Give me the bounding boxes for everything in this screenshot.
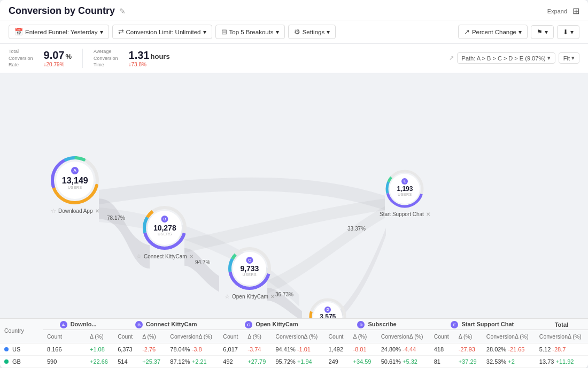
breakouts-button[interactable]: ⊟ Top 5 Breakouts ▾ (215, 25, 285, 39)
chevron-down-icon: ▾ (571, 55, 575, 62)
us-e-conv: 28.02% -21.65 (482, 343, 535, 356)
node-b-users-label: users (158, 232, 172, 236)
download-icon: ⬇ (563, 28, 568, 36)
total-conversion-change: ↓20.79% (44, 62, 72, 67)
funnel-filter-button[interactable]: 📅 Entered Funnel: Yesterday ▾ (9, 25, 109, 39)
chevron-down-icon: ▾ (276, 28, 279, 36)
fit-button[interactable]: Fit ▾ (559, 52, 579, 64)
col-b-label: Connect KittyCam (146, 321, 197, 327)
total-conversion-value-group: 9.07 % ↓20.79% (44, 49, 72, 67)
node-a-letter: A (71, 167, 79, 174)
node-b[interactable]: B 10,278 users ☆ Connect KittyCam ✕ (136, 206, 194, 260)
node-a-users-label: users (68, 186, 82, 189)
pct-to-e: 33.37% (347, 226, 366, 232)
pct-b-c: 94.7% (195, 259, 210, 265)
chevron-down-icon: ▾ (547, 55, 551, 62)
chevron-down-icon: ▾ (100, 28, 103, 36)
settings-button[interactable]: ⚙ Settings ▾ (288, 25, 336, 39)
gb-a-count: 590 (43, 356, 86, 368)
node-c-letter: C (246, 257, 253, 264)
sub-delta-c: Δ (%) (243, 330, 271, 343)
node-e-letter: E (401, 178, 408, 185)
sub-count-d: Count (324, 330, 349, 343)
path-dropdown[interactable]: Path: A > B > C > D > E (9.07%) ▾ (457, 52, 555, 64)
conversion-table: Country A Downlo... B Connect KittyCam C… (0, 319, 588, 369)
node-b-count: 10,278 (153, 224, 176, 232)
col-total-header: Total (535, 319, 588, 330)
chevron-down-icon: ▾ (519, 28, 522, 36)
gb-b-conv: 87.12% +2.21 (166, 356, 219, 368)
edit-icon[interactable]: ✎ (119, 7, 126, 16)
us-label: US (12, 346, 20, 352)
sub-conv-d: ConversionΔ (%) (377, 330, 430, 343)
node-c[interactable]: C 9,733 users ☆ Open KittyCam ✕ (225, 247, 275, 300)
star-icon[interactable]: ☆ (225, 293, 230, 300)
trend-icon: ↗ (464, 28, 470, 36)
gb-c-delta: +27.79 (243, 356, 271, 368)
country-gb: GB (0, 356, 43, 368)
close-icon[interactable]: ✕ (95, 208, 99, 214)
col-e-label: Start Support Chat (461, 321, 514, 327)
download-button[interactable]: ⬇ ▾ (557, 25, 579, 39)
node-b-name: Connect KittyCam (144, 254, 187, 259)
pct-a-b: 78.17% (107, 215, 125, 221)
page-header: Conversion by Country ✎ Expand ⊞ (0, 0, 588, 20)
gb-e-count: 81 (430, 356, 454, 368)
us-d-conv: 24.80% -4.44 (377, 343, 430, 356)
node-a-name: Download App (58, 208, 93, 214)
flag-button[interactable]: ⚑ ▾ (531, 25, 554, 39)
avg-conversion-unit: hours (151, 52, 170, 60)
us-dot (4, 347, 9, 351)
node-c-name: Open KittyCam (232, 294, 268, 300)
avg-conversion-change: ↓73.8% (129, 62, 170, 67)
calendar-icon: 📅 (14, 28, 23, 36)
star-icon[interactable]: ☆ (136, 253, 142, 260)
gb-dot (4, 359, 9, 364)
sub-conv-b: ConversionΔ (%) (166, 330, 219, 343)
us-c-conv: 94.41% -1.01 (272, 343, 324, 356)
us-a-delta: +1.08 (86, 343, 113, 356)
chevron-down-icon: ▾ (570, 28, 574, 36)
sub-count-b: Count (113, 330, 138, 343)
chevron-down-icon: ▾ (545, 28, 548, 36)
node-e-label: Start Support Chat ✕ (380, 211, 430, 217)
grid-icon[interactable]: ⊞ (572, 6, 579, 16)
node-a[interactable]: A 13,149 users ☆ Download App ✕ (51, 156, 99, 214)
us-c-delta: -3.74 (243, 343, 271, 356)
percent-change-button[interactable]: ↗ Percent Change ▾ (458, 25, 528, 39)
settings-icon: ⚙ (294, 28, 300, 36)
filter-icon: ⊟ (221, 28, 227, 36)
col-e-header: E Start Support Chat (430, 319, 535, 330)
star-icon[interactable]: ☆ (51, 208, 56, 214)
close-icon[interactable]: ✕ (426, 211, 430, 217)
gb-label: GB (12, 358, 21, 365)
gb-total: 13.73 +11.92 (535, 356, 588, 368)
flag-icon: ⚑ (537, 28, 543, 36)
avg-conversion-value-group: 1.31 hours ↓73.8% (129, 49, 170, 67)
node-e-name: Start Support Chat (380, 211, 424, 217)
path-icon: ↗ (449, 55, 454, 62)
close-icon[interactable]: ✕ (189, 254, 194, 259)
node-d-count: 3,575 (320, 313, 336, 318)
sub-delta-a: Δ (%) (86, 330, 113, 343)
avg-conversion-value: 1.31 (129, 49, 150, 62)
us-d-count: 1,492 (324, 343, 349, 356)
us-total: 5.12 -28.7 (535, 343, 588, 356)
country-us: US (0, 343, 43, 356)
conversion-limit-button[interactable]: ⇄ Conversion Limit: Unlimited ▾ (112, 25, 212, 39)
gb-c-count: 492 (219, 356, 243, 368)
node-d[interactable]: D 3,575 users ☆ Subscribe ✕ (309, 298, 346, 318)
step-c-indicator: C (245, 321, 252, 328)
chevron-down-icon: ▾ (203, 28, 206, 36)
gb-d-count: 249 (324, 356, 349, 368)
gb-b-count: 514 (113, 356, 138, 368)
node-a-label: ☆ Download App ✕ (51, 208, 99, 214)
gb-e-delta: +37.29 (454, 356, 482, 368)
close-icon[interactable]: ✕ (270, 294, 275, 300)
us-b-delta: -2.76 (138, 343, 166, 356)
expand-button[interactable]: Expand (547, 8, 567, 14)
col-b-header: B Connect KittyCam (113, 319, 219, 330)
col-c-header: C Open KittyCam (219, 319, 324, 330)
node-e[interactable]: E 1,193 users Start Support Chat ✕ (380, 170, 430, 217)
step-e-indicator: E (451, 321, 458, 328)
